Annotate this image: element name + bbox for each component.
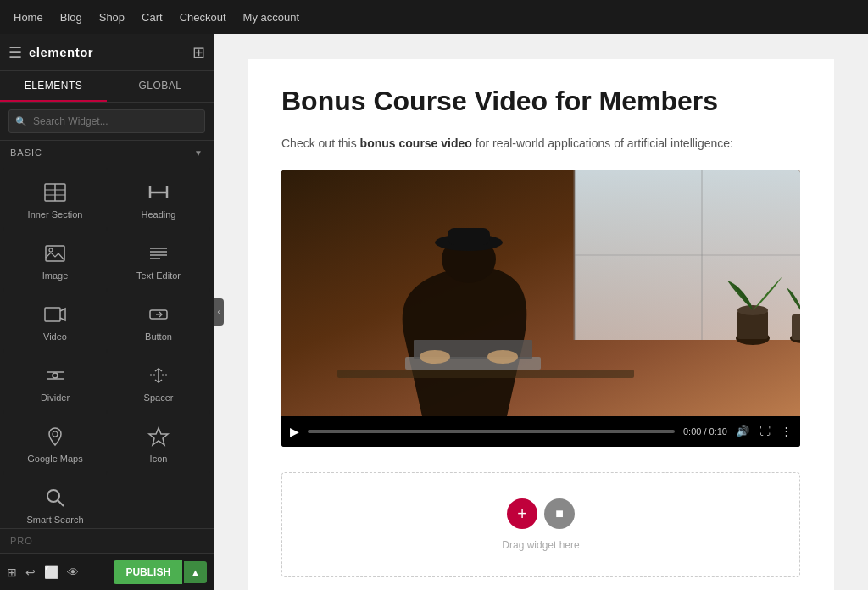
sidebar-logo-text: elementor — [29, 45, 93, 59]
svg-rect-38 — [448, 228, 490, 245]
widget-item-spacer[interactable]: Spacer — [107, 351, 210, 412]
pro-section-label: PRO — [0, 528, 214, 553]
nav-blog[interactable]: Blog — [60, 11, 82, 24]
svg-point-22 — [53, 431, 58, 437]
time-display: 0:00 / 0:10 — [683, 426, 727, 437]
responsive-icon[interactable]: ⬜ — [44, 565, 58, 579]
intro-text-bold: bonus course video — [360, 136, 472, 150]
divider-icon — [43, 364, 67, 387]
google-maps-icon — [43, 425, 67, 448]
content-area: Bonus Course Video for Members Check out… — [248, 59, 834, 590]
progress-bar[interactable] — [308, 430, 675, 433]
widget-item-google-maps[interactable]: Google Maps — [3, 412, 107, 473]
svg-rect-13 — [45, 308, 60, 321]
volume-icon[interactable]: 🔊 — [736, 425, 749, 437]
intro-text-suffix: for real-world applications of artificia… — [472, 136, 733, 150]
sidebar-header: ☰ elementor ⊞ — [0, 34, 214, 71]
widget-label-icon: Icon — [150, 454, 168, 464]
widget-item-video[interactable]: Video — [3, 290, 107, 351]
smart-search-icon — [43, 486, 67, 509]
widget-label-text-editor: Text Editor — [136, 270, 181, 281]
nav-my-account[interactable]: My account — [243, 11, 299, 24]
chevron-down-icon[interactable]: ▼ — [194, 148, 203, 158]
video-controls: ▶ 0:00 / 0:10 🔊 ⛶ ⋮ — [281, 416, 800, 447]
widget-item-heading[interactable]: Heading — [107, 168, 210, 229]
publish-arrow-button[interactable]: ▲ — [184, 561, 207, 583]
sidebar-bottom-toolbar: ⊞ ↩ ⬜ 👁 PUBLISH ▲ — [0, 553, 214, 590]
sidebar-section-basic: BASIC ▼ — [0, 141, 214, 164]
widget-item-divider[interactable]: Divider — [3, 351, 107, 412]
sidebar-tabs: ELEMENTS GLOBAL — [0, 71, 214, 103]
toolbar-icons-group: ⊞ ↩ ⬜ 👁 — [7, 565, 79, 579]
top-nav: Home Blog Shop Cart Checkout My account — [0, 0, 868, 34]
widget-label-image: Image — [42, 270, 69, 281]
image-icon — [43, 242, 67, 265]
widget-label-inner-section: Inner Section — [28, 209, 83, 220]
drag-widget-label: Drag widget here — [502, 539, 579, 551]
play-button[interactable]: ▶ — [290, 425, 299, 438]
button-icon — [147, 303, 170, 326]
add-widget-button[interactable]: + — [507, 498, 537, 529]
video-thumbnail — [281, 170, 800, 416]
hamburger-icon[interactable]: ☰ — [8, 43, 22, 62]
widget-label-google-maps: Google Maps — [27, 454, 82, 464]
svg-point-41 — [420, 350, 450, 364]
spacer-icon — [147, 364, 170, 387]
widget-label-video: Video — [43, 331, 67, 342]
icon-icon — [147, 425, 170, 448]
tab-elements[interactable]: ELEMENTS — [0, 71, 107, 102]
publish-btn-group: PUBLISH ▲ — [114, 560, 207, 584]
widget-label-heading: Heading — [142, 209, 176, 220]
widget-label-spacer: Spacer — [144, 392, 174, 403]
svg-rect-43 — [337, 370, 634, 378]
intro-text-prefix: Check out this — [281, 136, 360, 150]
svg-point-8 — [49, 248, 53, 252]
publish-button[interactable]: PUBLISH — [114, 560, 182, 584]
svg-point-42 — [487, 350, 518, 364]
svg-point-24 — [47, 490, 59, 502]
widget-settings-button[interactable]: ■ — [544, 498, 575, 529]
undo-icon[interactable]: ↩ — [25, 565, 36, 579]
svg-marker-23 — [149, 428, 168, 445]
nav-home[interactable]: Home — [14, 11, 43, 24]
widget-label-button: Button — [145, 331, 172, 342]
svg-rect-7 — [46, 246, 64, 261]
widget-grid: Inner Section Heading Image — [0, 164, 214, 528]
page-title: Bonus Course Video for Members — [281, 85, 800, 117]
widget-item-smart-search[interactable]: Smart Search — [3, 473, 107, 528]
layers-icon[interactable]: ⊞ — [7, 565, 17, 579]
settings-square-icon: ■ — [555, 506, 564, 521]
intro-paragraph: Check out this bonus course video for re… — [281, 134, 800, 153]
search-input[interactable] — [8, 109, 205, 133]
main-content: Bonus Course Video for Members Check out… — [214, 34, 868, 590]
text-editor-icon — [147, 242, 170, 265]
widget-item-icon[interactable]: Icon — [107, 412, 210, 473]
widget-item-text-editor[interactable]: Text Editor — [107, 229, 210, 290]
widget-item-inner-section[interactable]: Inner Section — [3, 168, 107, 229]
widget-label-smart-search: Smart Search — [26, 515, 83, 525]
video-icon — [43, 303, 67, 326]
nav-shop[interactable]: Shop — [99, 11, 125, 24]
drag-widget-buttons: + ■ — [507, 498, 575, 529]
plus-icon: + — [517, 505, 527, 522]
inner-section-icon — [43, 181, 67, 204]
tab-global[interactable]: GLOBAL — [107, 71, 214, 102]
widget-item-image[interactable]: Image — [3, 229, 107, 290]
widget-item-button[interactable]: Button — [107, 290, 210, 351]
grid-icon[interactable]: ⊞ — [192, 43, 205, 62]
sidebar-collapse-handle[interactable]: ‹ — [214, 298, 224, 326]
sidebar: ☰ elementor ⊞ ELEMENTS GLOBAL 🔍 BASIC ▼ — [0, 34, 214, 590]
fullscreen-icon[interactable]: ⛶ — [760, 425, 771, 437]
video-control-icons: 🔊 ⛶ ⋮ — [736, 425, 792, 437]
main-layout: ☰ elementor ⊞ ELEMENTS GLOBAL 🔍 BASIC ▼ — [0, 34, 868, 590]
section-label: BASIC — [10, 148, 42, 158]
nav-cart[interactable]: Cart — [142, 11, 163, 24]
sidebar-search-container: 🔍 — [0, 103, 214, 141]
svg-line-25 — [58, 500, 64, 506]
video-scene-svg — [281, 170, 800, 416]
nav-checkout[interactable]: Checkout — [180, 11, 226, 24]
eye-icon[interactable]: 👁 — [67, 565, 79, 579]
video-player: ▶ 0:00 / 0:10 🔊 ⛶ ⋮ — [281, 170, 800, 447]
more-options-icon[interactable]: ⋮ — [781, 425, 792, 437]
heading-icon — [147, 181, 170, 204]
